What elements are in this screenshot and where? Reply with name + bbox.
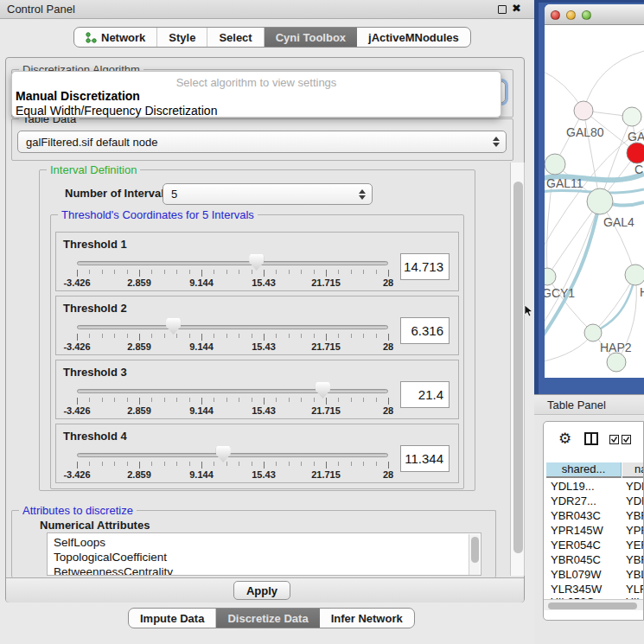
threshold-3-slider-thumb[interactable]: [316, 382, 330, 399]
split-columns-icon[interactable]: [584, 432, 598, 445]
tab-jactivemnodules[interactable]: jActiveMNodules: [357, 28, 470, 47]
tick-label: 21.715: [311, 341, 341, 352]
list-scrollbar[interactable]: [469, 534, 480, 576]
num-intervals-value: 5: [171, 188, 177, 201]
column-header-shared-name[interactable]: shared...: [546, 462, 622, 478]
numerical-attributes-label: Numerical Attributes: [40, 519, 150, 532]
tab-style[interactable]: Style: [157, 28, 207, 47]
tick-label: 2.859: [127, 405, 151, 416]
table-row[interactable]: YDR27...YDR2: [544, 494, 643, 508]
table-data-combobox[interactable]: galFiltered.sif default node: [17, 131, 507, 153]
threshold-3-slider-track[interactable]: [77, 389, 388, 393]
dropdown-option-equal-width-frequency[interactable]: Equal Width/Frequency Discretization: [16, 104, 217, 118]
network-window[interactable]: GAL80 GAL C GAL11 GAL4 GCY1 H HAP2: [545, 4, 644, 378]
node-hap2[interactable]: [584, 324, 602, 341]
attributes-group-title: Attributes to discretize: [19, 504, 137, 517]
svg-text:HAP2: HAP2: [600, 341, 632, 354]
network-window-titlebar[interactable]: [545, 4, 644, 25]
tick-label: 9.144: [189, 469, 214, 480]
threshold-1-slider-thumb[interactable]: [249, 254, 264, 271]
node-gcy1[interactable]: [545, 268, 556, 285]
threshold-3-box: Threshold 3 -3.426 2.859 9.144 15.43 21.…: [55, 360, 459, 419]
tick-label: 9.144: [189, 341, 214, 352]
panel-scrollbar[interactable]: [510, 163, 525, 576]
tick-label: 15.43: [252, 405, 276, 416]
node-selected-red[interactable]: [627, 143, 644, 163]
tab-discretize-data[interactable]: Discretize Data: [216, 609, 319, 628]
threshold-1-slider-track[interactable]: [77, 261, 388, 265]
list-item[interactable]: SelfLoops: [54, 536, 105, 549]
network-icon: [86, 32, 97, 43]
node-gal11[interactable]: [545, 154, 565, 175]
node-gal80[interactable]: [574, 101, 593, 120]
network-canvas[interactable]: GAL80 GAL C GAL11 GAL4 GCY1 H HAP2: [545, 25, 644, 378]
scrollbar-thumb[interactable]: [513, 182, 523, 553]
table-row[interactable]: YBR043CYBR0: [544, 508, 643, 523]
thresholds-group-title: Threshold's Coordinates for 5 Intervals: [58, 208, 258, 221]
node-partial[interactable]: [607, 353, 626, 372]
scrollbar-thumb[interactable]: [548, 603, 637, 609]
node-gal[interactable]: [622, 107, 641, 126]
combo-stepper-icon: [493, 137, 500, 147]
numerical-attributes-list[interactable]: SelfLoops TopologicalCoefficient Between…: [47, 532, 481, 576]
threshold-4-label: Threshold 4: [63, 430, 127, 443]
dropdown-option-manual-discretization[interactable]: Manual Discretization: [16, 89, 140, 103]
table-row[interactable]: YBL079WYBL0: [544, 567, 643, 582]
table-panel-titlebar: Table Panel: [534, 394, 644, 415]
select-columns-icon[interactable]: [609, 435, 632, 444]
tab-network[interactable]: Network: [74, 28, 157, 47]
node-h[interactable]: [625, 265, 644, 285]
table-row[interactable]: YER054CYER0: [544, 538, 643, 552]
threshold-2-value-field[interactable]: 6.316: [400, 317, 450, 344]
tick-label: 15.43: [252, 277, 276, 288]
threshold-2-slider-thumb[interactable]: [166, 318, 181, 335]
list-item[interactable]: TopologicalCoefficient: [54, 551, 167, 564]
threshold-2-label: Threshold 2: [63, 302, 127, 315]
minimize-traffic-light-icon[interactable]: [566, 10, 576, 20]
tick-label: 15.43: [252, 341, 276, 352]
threshold-4-slider-thumb[interactable]: [216, 446, 231, 462]
column-header-name[interactable]: na: [622, 462, 644, 478]
num-intervals-combobox[interactable]: 5: [163, 183, 373, 205]
tab-impute-data[interactable]: Impute Data: [129, 609, 216, 628]
tick-label: 2.859: [127, 341, 151, 352]
node-gal4[interactable]: [587, 188, 613, 214]
threshold-4-slider-track[interactable]: [77, 453, 388, 457]
list-item[interactable]: BetweennessCentrality: [54, 565, 173, 576]
apply-button[interactable]: Apply: [233, 581, 290, 600]
node-table: ⚙ shared... na YDL19...YDL1 YDR27...YDR2…: [543, 421, 644, 621]
table-horizontal-scrollbar[interactable]: [544, 599, 644, 610]
apply-strip: Apply: [6, 577, 524, 603]
tick-label: 28: [383, 277, 393, 288]
table-row[interactable]: YDL19...YDL1: [544, 479, 643, 494]
threshold-4-box: Threshold 4 -3.426 2.859 9.144 15.43 21.…: [55, 424, 459, 483]
float-window-icon[interactable]: [498, 5, 507, 14]
svg-text:GAL11: GAL11: [546, 176, 583, 190]
mouse-cursor: [524, 304, 533, 317]
tab-select[interactable]: Select: [207, 28, 264, 47]
svg-text:H: H: [640, 285, 644, 299]
svg-text:GAL80: GAL80: [566, 125, 604, 139]
tick-label: 28: [383, 341, 393, 352]
tick-label: -3.426: [63, 469, 90, 480]
close-icon[interactable]: ✖: [512, 2, 521, 15]
tick-label: 2.859: [127, 469, 151, 480]
dropdown-hint: Select algorithm to view settings: [12, 76, 501, 89]
threshold-1-label: Threshold 1: [63, 238, 127, 251]
close-traffic-light-icon[interactable]: [551, 10, 560, 20]
table-row[interactable]: YBR045CYBR0: [544, 552, 643, 567]
zoom-traffic-light-icon[interactable]: [582, 10, 591, 20]
tick-label: 2.859: [127, 277, 151, 288]
threshold-3-value-field[interactable]: 21.4: [400, 381, 450, 408]
control-panel-title: Control Panel: [7, 3, 75, 16]
interval-definition-title: Interval Definition: [47, 163, 140, 176]
gear-icon[interactable]: ⚙: [558, 430, 571, 448]
tick-label: 21.715: [311, 405, 341, 416]
threshold-1-value-field[interactable]: 14.713: [400, 253, 450, 280]
svg-text:GCY1: GCY1: [545, 286, 575, 300]
tab-infer-network[interactable]: Infer Network: [320, 609, 414, 628]
tab-cyni-toolbox[interactable]: Cyni Toolbox: [265, 28, 357, 47]
table-row[interactable]: YPR145WYPR1: [544, 523, 643, 538]
threshold-4-value-field[interactable]: 11.344: [400, 445, 450, 472]
threshold-2-slider-track[interactable]: [77, 325, 388, 329]
